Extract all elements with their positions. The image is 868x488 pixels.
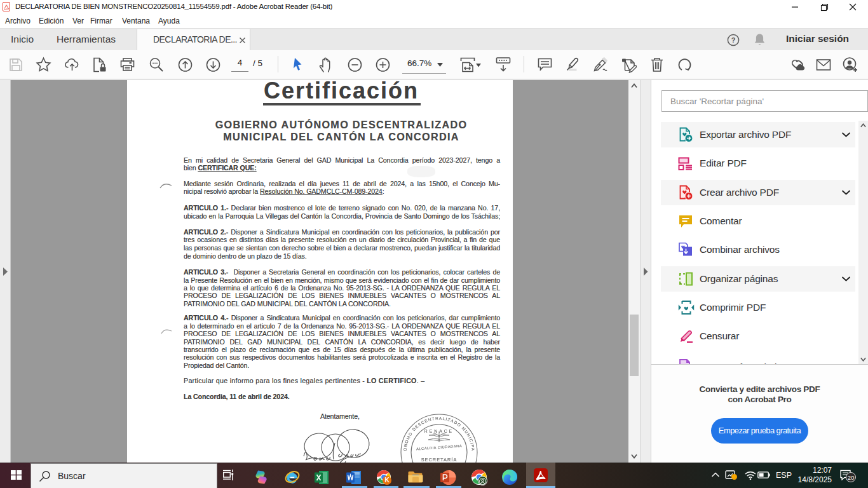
svg-text:SECRETARÍA: SECRETARÍA (421, 457, 458, 463)
svg-text:ALCALDIA CIUDADANA: ALCALDIA CIUDADANA (416, 444, 462, 451)
svg-text:?: ? (731, 36, 736, 44)
